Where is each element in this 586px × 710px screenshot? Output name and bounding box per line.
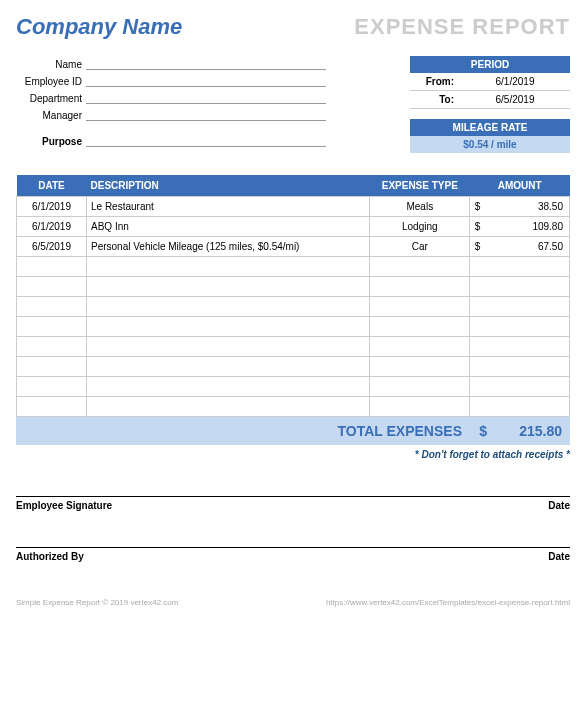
cell-date: 6/1/2019 (17, 217, 87, 237)
cell-description: Personal Vehicle Mileage (125 miles, $0.… (87, 237, 370, 257)
col-expense-type: EXPENSE TYPE (370, 175, 470, 197)
total-value: 215.80 (497, 423, 562, 439)
department-label: Department (16, 93, 86, 104)
cell-currency: $ (470, 197, 485, 217)
manager-label: Manager (16, 110, 86, 121)
cell-type: Lodging (370, 217, 470, 237)
employee-id-input[interactable] (86, 73, 326, 87)
mileage-header: MILEAGE RATE (410, 119, 570, 136)
col-description: DESCRIPTION (87, 175, 370, 197)
table-row: 6/1/2019 ABQ Inn Lodging $ 109.80 (17, 217, 570, 237)
cell-type: Car (370, 237, 470, 257)
table-row (17, 337, 570, 357)
col-amount: AMOUNT (470, 175, 570, 197)
purpose-label: Purpose (16, 136, 86, 147)
manager-input[interactable] (86, 107, 326, 121)
name-input[interactable] (86, 56, 326, 70)
cell-description: ABQ Inn (87, 217, 370, 237)
reminder-text: * Don't forget to attach receipts * (16, 449, 570, 460)
cell-type: Meals (370, 197, 470, 217)
employee-signature-date-label: Date (548, 500, 570, 511)
period-from-value: 6/1/2019 (460, 73, 570, 90)
cell-amount: 67.50 (485, 237, 570, 257)
total-currency: $ (472, 423, 487, 439)
table-row (17, 357, 570, 377)
total-label: TOTAL EXPENSES (338, 423, 462, 439)
footer-right: https://www.vertex42.com/ExcelTemplates/… (326, 598, 570, 607)
employee-signature-label: Employee Signature (16, 500, 112, 511)
report-title: EXPENSE REPORT (354, 14, 570, 40)
table-row (17, 397, 570, 417)
table-row (17, 257, 570, 277)
table-row (17, 377, 570, 397)
cell-description: Le Restaurant (87, 197, 370, 217)
cell-date: 6/5/2019 (17, 237, 87, 257)
expense-table: DATE DESCRIPTION EXPENSE TYPE AMOUNT 6/1… (16, 175, 570, 417)
footer-left: Simple Expense Report © 2019 vertex42.co… (16, 598, 178, 607)
table-row (17, 277, 570, 297)
department-input[interactable] (86, 90, 326, 104)
cell-amount: 38.50 (485, 197, 570, 217)
period-to-value: 6/5/2019 (460, 91, 570, 108)
table-row: 6/1/2019 Le Restaurant Meals $ 38.50 (17, 197, 570, 217)
cell-date: 6/1/2019 (17, 197, 87, 217)
authorized-by-label: Authorized By (16, 551, 84, 562)
period-header: PERIOD (410, 56, 570, 73)
period-from-label: From: (410, 73, 460, 90)
purpose-input[interactable] (86, 133, 326, 147)
col-date: DATE (17, 175, 87, 197)
cell-amount: 109.80 (485, 217, 570, 237)
name-label: Name (16, 59, 86, 70)
cell-currency: $ (470, 217, 485, 237)
total-row: TOTAL EXPENSES $ 215.80 (16, 417, 570, 445)
cell-currency: $ (470, 237, 485, 257)
mileage-value: $0.54 / mile (410, 136, 570, 153)
employee-id-label: Employee ID (16, 76, 86, 87)
authorized-by-date-label: Date (548, 551, 570, 562)
company-name: Company Name (16, 14, 182, 40)
table-row: 6/5/2019 Personal Vehicle Mileage (125 m… (17, 237, 570, 257)
table-row (17, 297, 570, 317)
table-row (17, 317, 570, 337)
period-to-label: To: (410, 91, 460, 108)
